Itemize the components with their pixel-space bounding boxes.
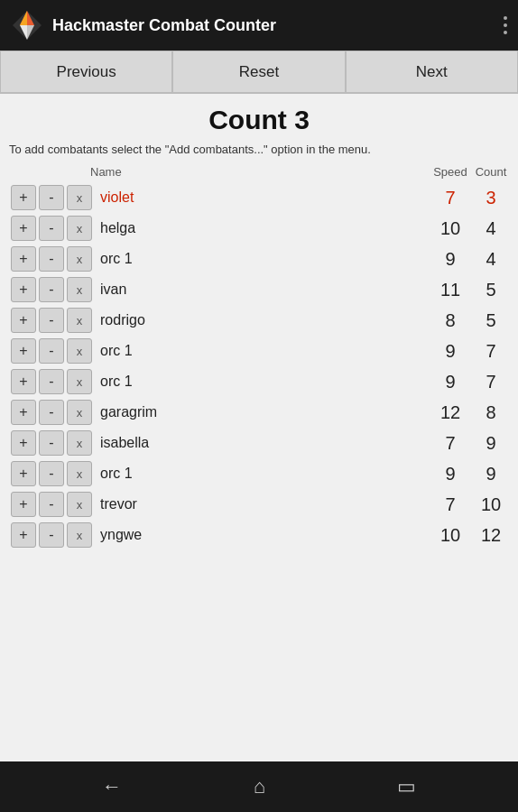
combatant-controls: + - x garagrim (9, 397, 428, 428)
menu-button[interactable] (504, 16, 507, 34)
minus-button[interactable]: - (39, 369, 64, 394)
remove-button[interactable]: x (67, 461, 92, 486)
combatant-name: isabella (95, 435, 176, 451)
speed-value: 9 (428, 244, 473, 274)
combatant-controls: + - x orc 1 (9, 244, 428, 274)
count-header: Count (473, 165, 509, 182)
top-bar: Hackmaster Combat Counter (0, 0, 518, 51)
minus-button[interactable]: - (39, 246, 64, 272)
count-value: 12 (473, 520, 509, 550)
plus-button[interactable]: + (11, 400, 36, 425)
count-value: 3 (473, 182, 509, 213)
plus-button[interactable]: + (11, 246, 36, 272)
remove-button[interactable]: x (67, 400, 92, 425)
remove-button[interactable]: x (67, 185, 92, 210)
plus-button[interactable]: + (11, 522, 36, 548)
speed-value: 10 (428, 213, 473, 244)
remove-button[interactable]: x (67, 492, 92, 517)
plus-button[interactable]: + (11, 461, 36, 486)
combatant-controls: + - x rodrigo (9, 305, 428, 336)
remove-button[interactable]: x (67, 216, 92, 241)
home-icon[interactable]: ⌂ (254, 775, 265, 798)
next-button[interactable]: Next (346, 51, 518, 93)
bottom-bar: ← ⌂ ▭ (0, 761, 518, 812)
combatant-controls: + - x orc 1 (9, 458, 428, 489)
minus-button[interactable]: - (39, 522, 64, 548)
speed-value: 11 (428, 274, 473, 305)
remove-button[interactable]: x (67, 430, 92, 456)
reset-button[interactable]: Reset (172, 51, 345, 93)
minus-button[interactable]: - (39, 185, 64, 210)
speed-value: 9 (428, 336, 473, 366)
minus-button[interactable]: - (39, 216, 64, 241)
table-row: + - x yngwe 10 12 (9, 520, 509, 550)
combatant-controls: + - x helga (9, 213, 428, 244)
count-value: 7 (473, 366, 509, 397)
minus-button[interactable]: - (39, 492, 64, 517)
combatant-name: garagrim (95, 404, 176, 420)
remove-button[interactable]: x (67, 338, 92, 364)
minus-button[interactable]: - (39, 308, 64, 333)
minus-button[interactable]: - (39, 430, 64, 456)
plus-button[interactable]: + (11, 277, 36, 302)
minus-button[interactable]: - (39, 277, 64, 302)
combatant-name: ivan (95, 281, 176, 298)
remove-button[interactable]: x (67, 308, 92, 333)
combatant-name: yngwe (95, 527, 176, 543)
table-row: + - x violet 7 3 (9, 182, 509, 213)
remove-button[interactable]: x (67, 246, 92, 272)
combatant-controls: + - x orc 1 (9, 366, 428, 397)
speed-value: 9 (428, 366, 473, 397)
table-row: + - x orc 1 9 7 (9, 336, 509, 366)
count-value: 8 (473, 397, 509, 428)
count-value: 10 (473, 489, 509, 520)
remove-button[interactable]: x (67, 277, 92, 302)
remove-button[interactable]: x (67, 369, 92, 394)
minus-button[interactable]: - (39, 338, 64, 364)
count-value: 9 (473, 428, 509, 458)
count-value: 4 (473, 244, 509, 274)
count-title: Count 3 (9, 105, 509, 135)
combatant-name: orc 1 (95, 374, 176, 390)
table-row: + - x orc 1 9 4 (9, 244, 509, 274)
combatant-controls: + - x yngwe (9, 520, 428, 550)
count-value: 9 (473, 458, 509, 489)
minus-button[interactable]: - (39, 400, 64, 425)
app-icon (11, 9, 43, 42)
minus-button[interactable]: - (39, 461, 64, 486)
combatant-name: orc 1 (95, 251, 176, 267)
count-value: 5 (473, 305, 509, 336)
table-row: + - x isabella 7 9 (9, 428, 509, 458)
plus-button[interactable]: + (11, 185, 36, 210)
plus-button[interactable]: + (11, 308, 36, 333)
combatant-list: + - x violet 7 3 + - x helga 10 4 (9, 182, 509, 550)
speed-value: 7 (428, 182, 473, 213)
count-value: 5 (473, 274, 509, 305)
combatant-controls: + - x trevor (9, 489, 428, 520)
plus-button[interactable]: + (11, 430, 36, 456)
combatant-name: trevor (95, 496, 176, 512)
table-row: + - x helga 10 4 (9, 213, 509, 244)
speed-value: 7 (428, 428, 473, 458)
plus-button[interactable]: + (11, 216, 36, 241)
instruction-text: To add combatants select the "Add combat… (9, 143, 509, 156)
speed-value: 8 (428, 305, 473, 336)
app-title: Hackmaster Combat Counter (52, 16, 276, 35)
back-icon[interactable]: ← (102, 775, 122, 798)
plus-button[interactable]: + (11, 369, 36, 394)
speed-value: 9 (428, 458, 473, 489)
plus-button[interactable]: + (11, 492, 36, 517)
remove-button[interactable]: x (67, 522, 92, 548)
combatant-name: helga (95, 220, 176, 236)
count-value: 4 (473, 213, 509, 244)
name-header: Name (9, 165, 428, 182)
combatant-controls: + - x orc 1 (9, 336, 428, 366)
previous-button[interactable]: Previous (0, 51, 172, 93)
recents-icon[interactable]: ▭ (397, 775, 416, 798)
main-content: Count 3 To add combatants select the "Ad… (0, 94, 518, 761)
plus-button[interactable]: + (11, 338, 36, 364)
table-row: + - x orc 1 9 7 (9, 366, 509, 397)
table-row: + - x garagrim 12 8 (9, 397, 509, 428)
table-row: + - x rodrigo 8 5 (9, 305, 509, 336)
speed-value: 12 (428, 397, 473, 428)
